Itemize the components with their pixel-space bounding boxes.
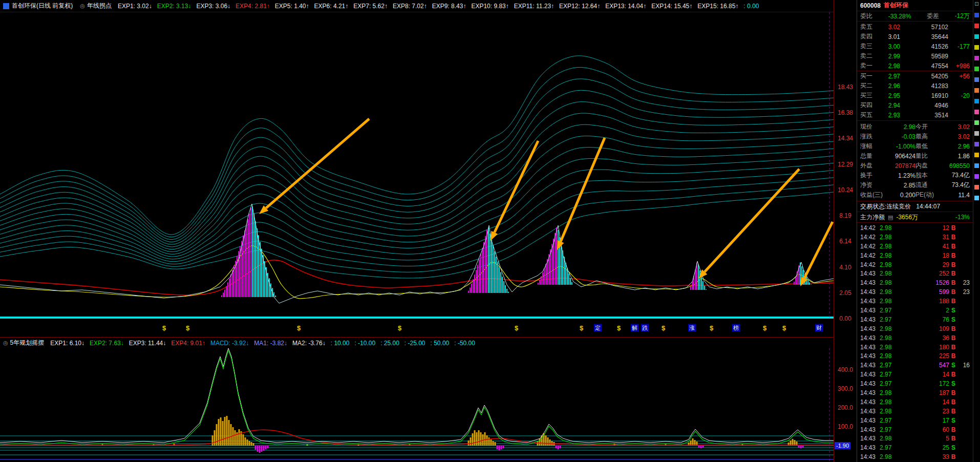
exp-item: EXP13: 14.04↑	[605, 3, 646, 10]
tick-row: 14:432.97172S	[857, 379, 973, 388]
book-row[interactable]: 卖二2.9959589	[857, 51, 973, 61]
main-chart[interactable]	[0, 12, 834, 319]
book-row[interactable]: 买二2.9641283	[857, 81, 973, 91]
info-label: 量比	[915, 152, 941, 160]
tick-price: 2.98	[880, 344, 898, 351]
trade-status-time: 14:44:07	[916, 203, 940, 210]
dollar-marker[interactable]: $	[515, 324, 518, 332]
book-row[interactable]: 卖五3.0257102	[857, 22, 973, 32]
dollar-marker[interactable]: $	[297, 324, 301, 332]
tool-icon-15[interactable]	[974, 163, 979, 168]
tick-time: 14:43	[860, 380, 880, 387]
tool-icon-17[interactable]	[974, 185, 979, 190]
tick-row: 14:432.9823B	[857, 407, 973, 416]
book-row[interactable]: 卖四3.0135644	[857, 32, 973, 41]
book-row[interactable]: 买三2.9516910-20	[857, 91, 973, 100]
exp-item: EXP8: 7.02↑	[393, 3, 427, 10]
tick-price: 2.97	[880, 380, 898, 387]
info-label: 总量	[860, 152, 887, 160]
tick-price: 2.98	[880, 408, 898, 415]
book-volume: 16910	[900, 92, 948, 99]
tool-icon-1[interactable]	[974, 13, 979, 17]
tick-volume: 109	[898, 325, 949, 332]
tick-row: 14:422.9841B	[857, 242, 973, 251]
sub-exp-item: : -25.00	[404, 340, 425, 347]
tick-price: 2.98	[880, 243, 898, 250]
tool-icon-5[interactable]	[974, 56, 979, 60]
event-chip[interactable]: 财	[815, 324, 823, 332]
info-label: 流通	[915, 181, 941, 190]
tick-time: 14:42	[860, 252, 880, 259]
side-toolbar: ⊡	[973, 0, 980, 462]
tick-list[interactable]: 14:422.9812B14:422.9831B14:422.9841B14:4…	[857, 223, 973, 462]
exp-item: EXP9: 8.43↑	[432, 3, 466, 10]
axis-label: 4.10	[834, 264, 857, 271]
book-price: 2.93	[877, 112, 900, 119]
tool-icon-10[interactable]	[974, 110, 979, 114]
info-value: 2.98	[887, 123, 915, 131]
book-row[interactable]: 卖三3.0041526-177	[857, 41, 973, 51]
tool-icon-4[interactable]	[974, 45, 979, 50]
dollar-marker[interactable]: $	[763, 324, 766, 332]
book-label: 买五	[860, 111, 877, 119]
book-row[interactable]: 买四2.944946	[857, 100, 973, 110]
tick-flag: S	[949, 417, 957, 424]
tool-icon-14[interactable]	[974, 153, 979, 157]
sub-indicator-name[interactable]: 5年规划摇摆	[10, 339, 45, 347]
book-row[interactable]: 卖一2.9847554+986	[857, 61, 973, 71]
tick-price: 2.98	[880, 261, 898, 268]
main-indicator-name[interactable]: 年线拐点	[87, 2, 112, 10]
tool-icon-9[interactable]	[974, 99, 979, 103]
dollar-marker[interactable]: $	[398, 324, 401, 332]
book-volume: 59589	[900, 53, 948, 60]
dollar-marker[interactable]: $	[662, 324, 665, 332]
dollar-marker[interactable]: $	[580, 324, 583, 332]
event-chip[interactable]: 榜	[732, 324, 740, 332]
event-chip[interactable]: 涨	[688, 324, 696, 332]
info-row: 总量906424量比1.86	[857, 151, 973, 161]
tick-row: 14:432.9760B	[857, 425, 973, 434]
event-chip[interactable]: 跌	[641, 324, 649, 332]
event-chip[interactable]: 解	[631, 324, 638, 332]
info-value: 0.200	[887, 192, 915, 199]
dollar-marker[interactable]: $	[782, 324, 786, 332]
tool-icon-8[interactable]	[974, 88, 979, 93]
dollar-marker[interactable]: $	[162, 324, 166, 332]
oscillator-chart[interactable]	[0, 348, 834, 462]
tool-icon-7[interactable]	[974, 77, 979, 82]
book-label: 卖五	[860, 23, 877, 31]
tool-icon-2[interactable]	[974, 24, 979, 28]
tool-icon-13[interactable]	[974, 142, 979, 146]
info-label: 最低	[915, 142, 941, 151]
tick-flag: B	[949, 298, 957, 305]
tick-flag: B	[949, 435, 957, 442]
tool-icon-16[interactable]	[974, 174, 979, 179]
window-restore-icon[interactable]: ⊡	[974, 2, 978, 7]
dollar-marker[interactable]: $	[186, 324, 189, 332]
weibi-label: 委比	[860, 12, 872, 20]
tool-icon-12[interactable]	[974, 131, 979, 136]
indicator-icon: ◎	[80, 3, 85, 9]
tool-icon-3[interactable]	[974, 34, 979, 39]
tool-icon-6[interactable]	[974, 67, 979, 71]
flow-label: 主力净额	[860, 213, 885, 222]
dollar-marker[interactable]: $	[710, 324, 713, 332]
book-row[interactable]: 买一2.9754205+56	[857, 71, 973, 81]
tick-row: 14:422.9818B	[857, 251, 973, 260]
tick-time: 14:43	[860, 371, 880, 378]
tick-volume: 41	[898, 243, 949, 250]
info-label: 涨幅	[860, 142, 887, 151]
event-chip[interactable]: 定	[594, 324, 602, 332]
tool-icon-11[interactable]	[974, 120, 979, 125]
tick-price: 2.98	[880, 298, 898, 305]
tick-time: 14:43	[860, 316, 880, 323]
tool-icon-18[interactable]	[974, 196, 979, 200]
dollar-marker[interactable]: $	[617, 324, 621, 332]
quote-panel: 600008 首创环保 委比 -33.28% 委差 -12万 卖五3.02571…	[857, 0, 973, 462]
tick-row: 14:432.981526B23	[857, 278, 973, 287]
tick-flag: B	[949, 344, 957, 351]
tick-volume: 5	[898, 435, 949, 442]
tick-time: 14:43	[860, 435, 880, 442]
book-delta: -177	[948, 43, 970, 50]
book-row[interactable]: 买五2.933514	[857, 110, 973, 120]
